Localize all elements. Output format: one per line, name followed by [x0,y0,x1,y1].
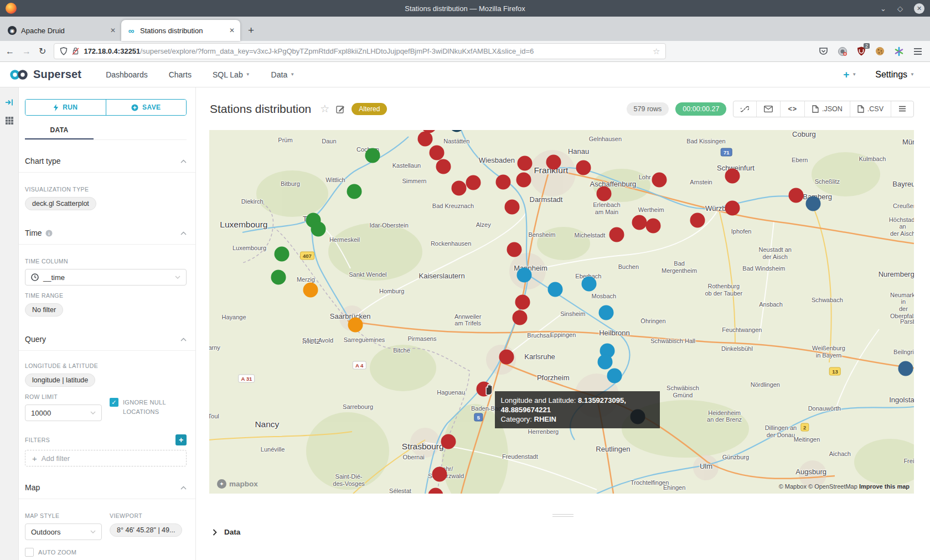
station-point[interactable] [451,181,466,196]
attribution-improve-link[interactable]: Improve this map [859,483,910,490]
station-point[interactable] [430,145,445,160]
station-point[interactable] [466,175,481,190]
new-tab-button[interactable]: + [248,24,254,37]
url-bar[interactable]: 172.18.0.4:32251/superset/explore/?form_… [54,43,666,59]
nav-data[interactable]: Data▼ [271,70,295,79]
station-point[interactable] [546,154,561,169]
extension-disabled-icon[interactable] [838,46,848,56]
chart-menu-button[interactable] [891,101,913,117]
edit-properties-icon[interactable] [336,105,345,113]
lonlat-pill[interactable]: longitude | latitude [25,374,95,387]
add-filter-box[interactable]: + Add filter [25,450,187,466]
section-time[interactable]: Time i [25,229,187,237]
viewport-pill[interactable]: 8° 46' 45.28" | 49... [110,523,182,537]
panel-drag-handle[interactable] [552,512,574,517]
extension-asterisk-icon[interactable] [894,46,904,56]
auto-zoom-checkbox[interactable] [25,548,34,557]
tab-close-icon[interactable]: ✕ [110,27,116,34]
back-button[interactable]: ← [6,46,14,56]
collapse-panel-icon[interactable] [5,98,13,106]
email-button[interactable] [756,101,780,117]
station-point[interactable] [311,222,326,237]
copy-link-button[interactable] [733,101,756,117]
ignore-null-checkbox[interactable]: ✓ [110,398,118,407]
station-point[interactable] [518,155,533,170]
forward-button[interactable]: → [22,46,31,56]
station-point[interactable] [515,294,530,309]
section-chart-type[interactable]: Chart type [25,157,187,165]
superset-brand[interactable]: Superset [9,68,81,81]
settings-menu[interactable]: Settings▼ [875,70,914,80]
station-point[interactable] [652,173,667,188]
add-new-button[interactable]: +▼ [843,69,856,81]
mapbox-logo[interactable]: ✦ mapbox [217,479,258,489]
station-point[interactable] [645,219,660,234]
viz-type-pill[interactable]: deck.gl Scatterplot [25,197,96,210]
tab-apache-druid[interactable]: ◉ Apache Druid ✕ [2,20,121,41]
row-limit-select[interactable]: 10000 [25,405,102,421]
cookie-icon[interactable] [875,46,885,56]
attribution-osm-link[interactable]: © OpenStreetMap [808,483,857,490]
station-point[interactable] [548,282,563,297]
station-point[interactable] [347,184,362,199]
station-point[interactable] [690,212,705,227]
station-point[interactable] [505,200,520,215]
nav-charts[interactable]: Charts [169,70,192,79]
station-point[interactable] [805,196,820,211]
window-minimize-button[interactable]: ⌄ [880,4,886,13]
pocket-icon[interactable] [819,47,828,56]
station-point[interactable] [632,215,647,230]
tab-data[interactable]: DATA [25,122,94,139]
station-point[interactable] [271,270,286,285]
map-canvas[interactable]: PrümDaunCochemNastättenWiesbadenFrankfur… [209,130,914,494]
station-point[interactable] [598,355,613,370]
station-point[interactable] [365,148,380,163]
station-point[interactable] [417,131,432,146]
export-json-button[interactable]: .JSON [804,101,850,117]
station-point[interactable] [436,159,451,174]
station-point[interactable] [598,305,613,320]
station-point[interactable] [607,369,622,383]
station-point[interactable] [789,188,804,203]
station-point[interactable] [495,174,510,189]
time-column-select[interactable]: __time [25,269,187,286]
station-point[interactable] [507,242,522,257]
station-point[interactable] [725,201,740,216]
station-point[interactable] [432,467,447,482]
window-close-button[interactable]: ✕ [914,3,924,14]
tab-stations-distribution[interactable]: ∞ Stations distribution ✕ [121,20,240,41]
station-point[interactable] [609,227,624,242]
save-button[interactable]: SAVE [106,100,187,115]
station-point[interactable] [348,318,363,333]
export-csv-button[interactable]: .CSV [850,101,891,117]
time-range-pill[interactable]: No filter [25,303,63,317]
nav-dashboards[interactable]: Dashboards [106,70,148,79]
station-point[interactable] [303,283,318,298]
station-point[interactable] [499,349,514,364]
data-results-panel[interactable]: Data [196,528,930,536]
station-point[interactable] [898,361,913,376]
station-point[interactable] [516,173,531,188]
run-button[interactable]: RUN [25,100,106,115]
window-maximize-button[interactable]: ◇ [897,4,903,13]
section-query[interactable]: Query [25,335,187,344]
station-point[interactable] [725,168,740,183]
embed-code-button[interactable]: <> [780,101,804,117]
add-filter-plus-button[interactable]: + [175,434,187,445]
map-style-select[interactable]: Outdoors [25,523,102,540]
menu-hamburger-icon[interactable] [913,48,922,55]
station-point[interactable] [576,160,591,175]
reload-button[interactable]: ↻ [39,46,46,56]
tab-close-icon[interactable]: ✕ [229,27,235,34]
station-point[interactable] [582,276,597,291]
section-map[interactable]: Map [25,483,187,492]
altered-badge[interactable]: Altered [352,103,387,115]
station-point[interactable] [275,247,290,262]
favorite-star-icon[interactable]: ☆ [320,102,329,115]
datasource-grid-icon[interactable] [5,116,14,125]
station-point[interactable] [441,434,456,449]
station-point[interactable] [596,186,611,201]
attribution-mapbox-link[interactable]: © Mapbox [779,483,807,490]
nav-sql-lab[interactable]: SQL Lab▼ [213,70,250,79]
station-point[interactable] [513,310,528,325]
